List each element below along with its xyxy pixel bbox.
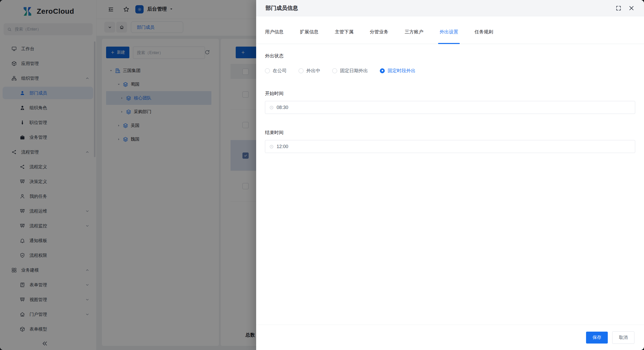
save-button-label: 保存: [593, 334, 601, 340]
radio-out[interactable]: 外出中: [299, 68, 320, 74]
cancel-button[interactable]: 取消: [612, 331, 634, 344]
drawer-header: 部门成员信息: [256, 0, 644, 16]
tab-outing-settings[interactable]: 外出设置: [440, 20, 458, 44]
radio-fixed-date-out[interactable]: 固定日期外出: [332, 68, 368, 74]
radio-label: 在公司: [273, 68, 287, 74]
tab-label: 扩展信息: [300, 29, 319, 35]
radio-circle: [332, 68, 337, 73]
start-time-value: 08:30: [277, 105, 288, 110]
clock-icon: [269, 144, 274, 149]
tab-label: 任务规则: [475, 29, 493, 35]
member-info-drawer: 部门成员信息 用户信息 扩展信息 主管下属 分管业务 三方账户 外出设置 任务规…: [256, 0, 644, 350]
outing-status-radio-group: 在公司 外出中 固定日期外出 固定时段外出: [265, 68, 635, 74]
radio-fixed-period-out[interactable]: 固定时段外出: [380, 68, 416, 74]
tab-label: 三方账户: [405, 29, 423, 35]
tab-extended-info[interactable]: 扩展信息: [300, 20, 319, 44]
tab-business-in-charge[interactable]: 分管业务: [370, 20, 388, 44]
tab-task-rules[interactable]: 任务规则: [475, 20, 493, 44]
tab-label: 外出设置: [440, 29, 458, 35]
close-icon[interactable]: [628, 5, 635, 11]
tab-third-party-accounts[interactable]: 三方账户: [405, 20, 423, 44]
radio-circle: [380, 68, 385, 73]
end-time-input[interactable]: 12:00: [265, 140, 635, 153]
end-time-group: 结束时间 12:00: [265, 129, 635, 153]
drawer-tabs: 用户信息 扩展信息 主管下属 分管业务 三方账户 外出设置 任务规则: [256, 16, 644, 44]
radio-circle: [265, 68, 270, 73]
tab-label: 分管业务: [370, 29, 388, 35]
drawer-footer: 保存 取消: [256, 325, 644, 350]
radio-label: 固定日期外出: [340, 68, 368, 74]
save-button[interactable]: 保存: [586, 332, 608, 344]
start-time-input[interactable]: 08:30: [265, 101, 635, 114]
drawer-body: 外出状态 在公司 外出中 固定日期外出 固定时段外出: [256, 44, 644, 325]
end-time-value: 12:00: [277, 144, 288, 149]
tab-supervisor-subordinates[interactable]: 主管下属: [335, 20, 353, 44]
cancel-button-label: 取消: [619, 334, 628, 340]
clock-icon: [269, 105, 274, 110]
tab-user-info[interactable]: 用户信息: [265, 20, 284, 44]
tab-label: 主管下属: [335, 29, 353, 35]
radio-label: 外出中: [306, 68, 320, 74]
app-window: ZeroCloud 工作台 应用管理 组织管理 部门成员: [0, 0, 644, 350]
end-time-label: 结束时间: [265, 129, 635, 136]
radio-label: 固定时段外出: [388, 68, 416, 74]
tab-label: 用户信息: [265, 29, 284, 35]
drawer-title: 部门成员信息: [265, 4, 298, 12]
outing-status-label: 外出状态: [265, 53, 635, 59]
radio-in-company[interactable]: 在公司: [265, 68, 287, 74]
fullscreen-icon[interactable]: [616, 5, 621, 11]
start-time-group: 开始时间 08:30: [265, 90, 635, 114]
radio-circle: [299, 68, 304, 73]
start-time-label: 开始时间: [265, 90, 635, 97]
